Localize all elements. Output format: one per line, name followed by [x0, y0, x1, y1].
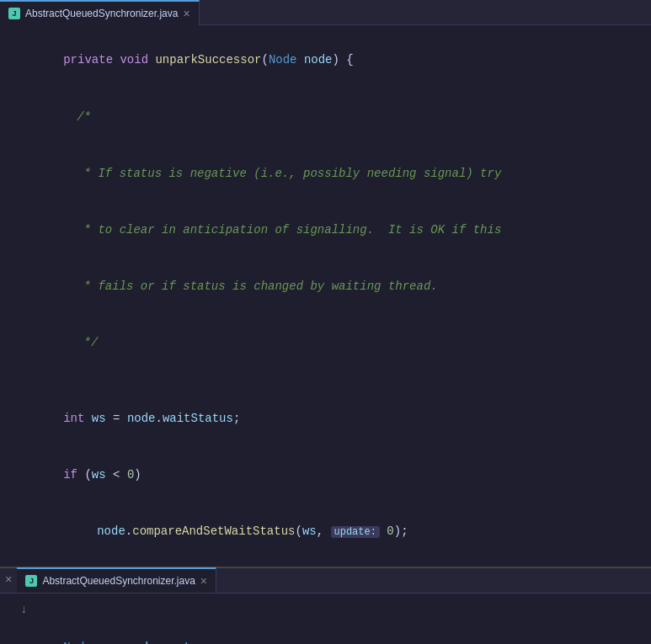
- code-line: [0, 371, 651, 390]
- top-tab-label: AbstractQueuedSynchronizer.java: [25, 8, 178, 19]
- bottom-tab-bar: × J AbstractQueuedSynchronizer.java ×: [0, 568, 651, 593]
- top-code-area: private void unparkSuccessor(Node node) …: [0, 25, 651, 567]
- code-line: ↓: [0, 600, 651, 619]
- tab-icon: J: [8, 8, 20, 19]
- code-line: if (ws < 0): [0, 447, 651, 503]
- code-line: node.compareAndSetWaitStatus(ws, update:…: [0, 503, 651, 560]
- code-line: private void unparkSuccessor(Node node) …: [0, 32, 651, 88]
- bottom-panel: × J AbstractQueuedSynchronizer.java × ↓ …: [0, 568, 651, 644]
- top-tab-close[interactable]: ×: [183, 8, 189, 19]
- code-line: Node s = node.next;: [0, 619, 651, 644]
- code-line: int ws = node.waitStatus;: [0, 390, 651, 446]
- code-line: */: [0, 315, 651, 371]
- bottom-tab-label: AbstractQueuedSynchronizer.java: [42, 575, 195, 587]
- bottom-tab-close[interactable]: ×: [200, 575, 207, 587]
- top-tab[interactable]: J AbstractQueuedSynchronizer.java ×: [0, 0, 200, 25]
- bottom-code-area: ↓ Node s = node.next; if (s == null || s…: [0, 593, 651, 644]
- tab-icon: J: [25, 575, 37, 587]
- split-close-icon[interactable]: ×: [0, 573, 17, 587]
- bottom-tab[interactable]: J AbstractQueuedSynchronizer.java ×: [17, 567, 216, 593]
- code-line: * to clear in anticipation of signalling…: [0, 202, 651, 258]
- code-line: /*: [0, 88, 651, 145]
- top-tab-bar: J AbstractQueuedSynchronizer.java ×: [0, 0, 651, 25]
- code-line: * fails or if status is changed by waiti…: [0, 258, 651, 315]
- code-line: * If status is negative (i.e., possibly …: [0, 145, 651, 201]
- top-panel: J AbstractQueuedSynchronizer.java × priv…: [0, 0, 651, 568]
